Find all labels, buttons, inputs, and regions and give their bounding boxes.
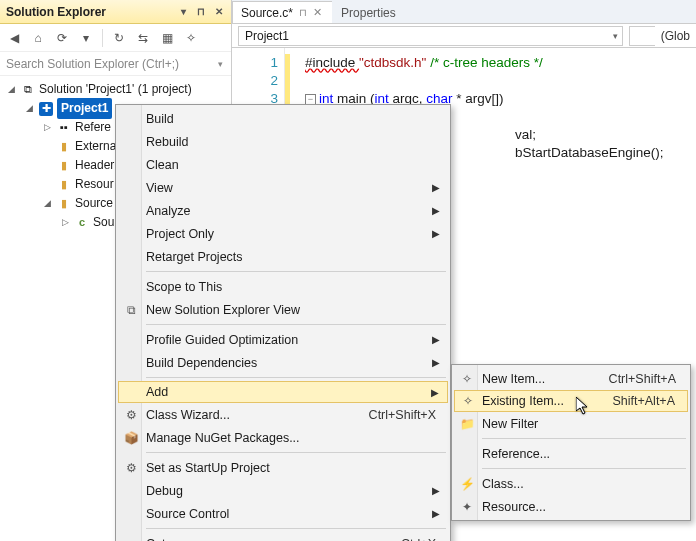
menu-item-icon: ✦ xyxy=(458,500,476,514)
menu-item-icon: ⚡ xyxy=(458,477,476,491)
global-label: (Glob xyxy=(655,29,696,43)
node-label: Header xyxy=(75,156,114,175)
context-menu-item[interactable]: ⚙Class Wizard...Ctrl+Shift+X xyxy=(118,403,448,426)
node-label: Resour xyxy=(75,175,114,194)
context-menu-item[interactable]: Project Only▶ xyxy=(118,222,448,245)
submenu-arrow-icon: ▶ xyxy=(432,357,440,368)
submenu-arrow-icon: ▶ xyxy=(432,228,440,239)
pin-icon[interactable]: ⊓ xyxy=(299,7,307,18)
menu-item-label: Reference... xyxy=(482,447,550,461)
menu-separator xyxy=(146,528,446,529)
combo-value: Project1 xyxy=(245,29,289,43)
context-menu-item[interactable]: ⚙Set as StartUp Project xyxy=(118,456,448,479)
menu-separator xyxy=(146,271,446,272)
home-icon[interactable]: ⌂ xyxy=(28,28,48,48)
expand-icon[interactable]: ▷ xyxy=(42,118,53,137)
expand-icon[interactable]: ◢ xyxy=(24,99,35,118)
menu-item-label: Manage NuGet Packages... xyxy=(146,431,300,445)
context-menu: BuildRebuildCleanView▶Analyze▶Project On… xyxy=(115,104,451,541)
add-submenu-item[interactable]: Reference... xyxy=(454,442,688,465)
project-icon: ✚ xyxy=(39,102,53,116)
context-menu-item[interactable]: 📦Manage NuGet Packages... xyxy=(118,426,448,449)
properties-icon[interactable]: ✧ xyxy=(181,28,201,48)
submenu-arrow-icon: ▶ xyxy=(432,508,440,519)
menu-item-label: New Item... xyxy=(482,372,545,386)
search-box[interactable]: ▾ xyxy=(0,52,231,76)
menu-item-label: Analyze xyxy=(146,204,190,218)
context-menu-item[interactable]: Source Control▶ xyxy=(118,502,448,525)
solution-label: Solution 'Project1' (1 project) xyxy=(39,80,192,99)
add-submenu-item[interactable]: ✦Resource... xyxy=(454,495,688,518)
menu-separator xyxy=(146,377,446,378)
submenu-arrow-icon: ▶ xyxy=(432,182,440,193)
project-combo[interactable]: Project1 xyxy=(238,26,623,46)
collapse-icon[interactable]: ⇆ xyxy=(133,28,153,48)
submenu-arrow-icon: ▶ xyxy=(432,485,440,496)
folder-icon: ▮ xyxy=(57,140,71,154)
menu-item-label: Debug xyxy=(146,484,183,498)
show-all-icon[interactable]: ▦ xyxy=(157,28,177,48)
expand-icon[interactable]: ▷ xyxy=(60,213,71,232)
submenu-arrow-icon: ▶ xyxy=(432,334,440,345)
context-menu-item[interactable]: ✂CutCtrl+X xyxy=(118,532,448,541)
menu-item-label: Existing Item... xyxy=(482,394,564,408)
menu-item-label: Build xyxy=(146,112,174,126)
project-label: Project1 xyxy=(57,98,112,119)
context-menu-item[interactable]: Build Dependencies▶ xyxy=(118,351,448,374)
menu-item-label: Class Wizard... xyxy=(146,408,230,422)
context-menu-item[interactable]: Debug▶ xyxy=(118,479,448,502)
back-icon[interactable]: ◀ xyxy=(4,28,24,48)
context-menu-item[interactable]: Profile Guided Optimization▶ xyxy=(118,328,448,351)
add-submenu-item[interactable]: ✧New Item...Ctrl+Shift+A xyxy=(454,367,688,390)
menu-item-label: New Filter xyxy=(482,417,538,431)
refresh-icon[interactable]: ↻ xyxy=(109,28,129,48)
menu-item-icon: 📦 xyxy=(122,431,140,445)
context-menu-item[interactable]: Scope to This xyxy=(118,275,448,298)
folder-icon: ▮ xyxy=(57,178,71,192)
node-label: Sou xyxy=(93,213,114,232)
scope-combo[interactable] xyxy=(629,26,654,46)
menu-item-label: Project Only xyxy=(146,227,214,241)
submenu-arrow-icon: ▶ xyxy=(432,205,440,216)
tab-label: Source.c* xyxy=(241,6,293,20)
menu-item-label: Rebuild xyxy=(146,135,188,149)
tab-bar: Source.c* ⊓ ✕ Properties xyxy=(232,0,696,24)
solution-icon: ⧉ xyxy=(21,83,35,97)
context-menu-item[interactable]: Build xyxy=(118,107,448,130)
submenu-arrow-icon: ▶ xyxy=(431,387,439,398)
menu-item-label: Scope to This xyxy=(146,280,222,294)
menu-separator xyxy=(146,324,446,325)
sync-icon[interactable]: ⟳ xyxy=(52,28,72,48)
pin-icon[interactable]: ⊓ xyxy=(193,4,209,20)
menu-item-shortcut: Ctrl+X xyxy=(401,537,436,542)
search-dropdown-icon[interactable]: ▾ xyxy=(216,59,225,69)
expand-icon[interactable]: ◢ xyxy=(42,194,53,213)
tab-source[interactable]: Source.c* ⊓ ✕ xyxy=(232,1,333,23)
tab-properties[interactable]: Properties xyxy=(332,1,407,23)
context-menu-item[interactable]: ⧉New Solution Explorer View xyxy=(118,298,448,321)
add-submenu-item[interactable]: 📁New Filter xyxy=(454,412,688,435)
toolbar-dropdown-icon[interactable]: ▾ xyxy=(76,28,96,48)
close-icon[interactable]: ✕ xyxy=(211,4,227,20)
search-input[interactable] xyxy=(6,57,216,71)
menu-item-label: New Solution Explorer View xyxy=(146,303,300,317)
expand-icon[interactable]: ◢ xyxy=(6,80,17,99)
menu-item-label: Clean xyxy=(146,158,179,172)
line-number: 2 xyxy=(232,72,278,90)
context-menu-item[interactable]: Analyze▶ xyxy=(118,199,448,222)
solution-node[interactable]: ◢ ⧉ Solution 'Project1' (1 project) xyxy=(6,80,231,99)
dropdown-icon[interactable]: ▾ xyxy=(175,4,191,20)
menu-item-icon: ⚙ xyxy=(122,461,140,475)
context-menu-item[interactable]: Add▶ xyxy=(118,381,448,403)
context-menu-item[interactable]: View▶ xyxy=(118,176,448,199)
close-icon[interactable]: ✕ xyxy=(313,6,322,19)
folder-icon: ▮ xyxy=(57,197,71,211)
context-menu-item[interactable]: Clean xyxy=(118,153,448,176)
menu-item-icon: ✧ xyxy=(458,372,476,386)
menu-separator xyxy=(146,452,446,453)
context-menu-item[interactable]: Rebuild xyxy=(118,130,448,153)
context-menu-item[interactable]: Retarget Projects xyxy=(118,245,448,268)
add-submenu-item[interactable]: ✧Existing Item...Shift+Alt+A xyxy=(454,390,688,412)
menu-item-label: Source Control xyxy=(146,507,229,521)
add-submenu-item[interactable]: ⚡Class... xyxy=(454,472,688,495)
